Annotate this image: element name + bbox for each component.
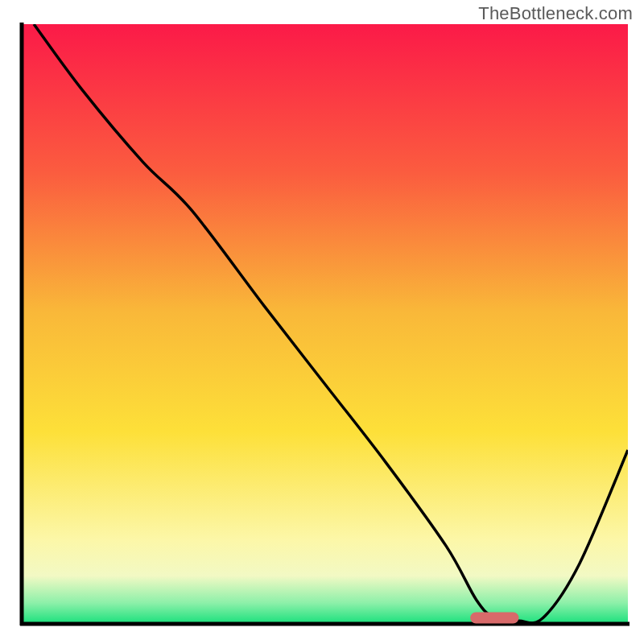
bottleneck-chart bbox=[0, 0, 644, 644]
watermark-text: TheBottleneck.com bbox=[478, 3, 633, 24]
optimal-range-marker bbox=[470, 613, 518, 624]
chart-container: TheBottleneck.com bbox=[0, 0, 644, 644]
plot-background bbox=[22, 24, 628, 624]
